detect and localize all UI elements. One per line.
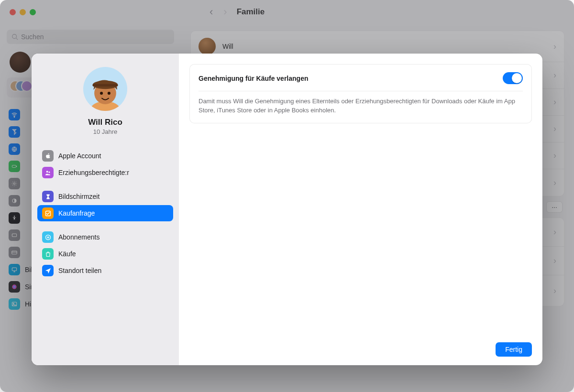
menu-item-label: Standort teilen — [58, 267, 101, 274]
ask-to-buy-toggle[interactable] — [503, 72, 523, 84]
sheet-menu: Apple AccountErziehungsberechtigte:rBild… — [37, 148, 173, 279]
menu-item-plus-circle[interactable]: Abonnements — [37, 229, 173, 245]
sheet-main: Genehmigung für Käufe verlangen Damit mu… — [179, 54, 542, 365]
divider — [199, 91, 523, 91]
profile-name: Will Rico — [88, 118, 122, 127]
menu-item-cart-check[interactable]: Kaufanfrage — [37, 205, 173, 221]
profile-subtitle: 10 Jahre — [93, 128, 118, 135]
menu-item-guardian[interactable]: Erziehungsberechtigte:r — [37, 164, 173, 181]
location-icon — [42, 265, 54, 276]
menu-item-label: Bildschirmzeit — [58, 193, 99, 200]
ask-to-buy-panel: Genehmigung für Käufe verlangen Damit mu… — [189, 64, 532, 123]
menu-item-label: Apple Account — [58, 152, 101, 160]
svg-point-22 — [46, 171, 48, 173]
menu-item-label: Kaufanfrage — [58, 209, 95, 217]
sheet-footer: Fertig — [189, 336, 532, 357]
profile-header: Will Rico 10 Jahre — [37, 64, 173, 144]
svg-point-21 — [108, 92, 110, 95]
avatar — [83, 67, 127, 111]
svg-point-23 — [48, 171, 50, 173]
menu-item-location[interactable]: Standort teilen — [37, 262, 173, 279]
apple-icon — [42, 150, 54, 162]
menu-item-label: Abonnements — [58, 233, 99, 241]
svg-rect-19 — [93, 84, 118, 87]
menu-item-label: Käufe — [58, 250, 76, 258]
hourglass-icon — [42, 191, 54, 202]
bag-icon — [42, 248, 54, 260]
svg-point-20 — [100, 92, 103, 95]
menu-item-bag[interactable]: Käufe — [37, 246, 173, 262]
menu-item-hourglass[interactable]: Bildschirmzeit — [37, 188, 173, 205]
member-settings-sheet: Will Rico 10 Jahre Apple AccountErziehun… — [32, 54, 542, 365]
sheet-sidebar: Will Rico 10 Jahre Apple AccountErziehun… — [32, 54, 179, 365]
guardian-icon — [42, 167, 54, 178]
panel-title: Genehmigung für Käufe verlangen — [199, 75, 308, 82]
done-button[interactable]: Fertig — [496, 342, 532, 357]
menu-item-apple[interactable]: Apple Account — [37, 148, 173, 164]
panel-description: Damit muss Will die Genehmigung eines El… — [199, 97, 523, 115]
plus-circle-icon — [42, 231, 54, 243]
menu-item-label: Erziehungsberechtigte:r — [58, 169, 129, 176]
cart-check-icon — [42, 207, 54, 219]
